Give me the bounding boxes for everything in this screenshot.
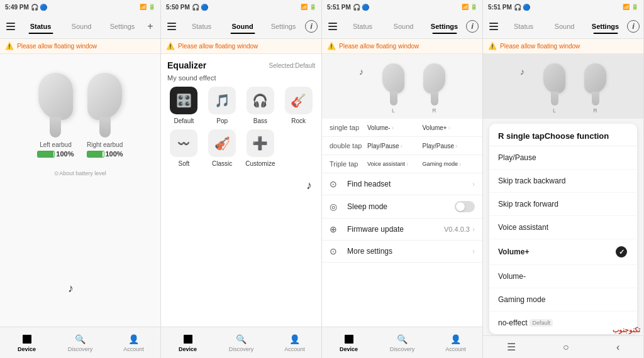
popup-voice-assistant[interactable]: Voice assistant	[489, 216, 637, 239]
bottom-discovery-3[interactable]: 🔍 Discovery	[375, 334, 429, 352]
single-tap-label: single tap	[330, 124, 367, 131]
equalizer-content: Equalizer Selected:Default My sound effe…	[161, 54, 321, 327]
device-icon-3	[343, 334, 355, 345]
tab-settings-1[interactable]: Settings	[102, 20, 143, 33]
double-tap-values: Play/Pause › Play/Pause ›	[367, 143, 475, 149]
account-label-3: Account	[445, 346, 466, 352]
device-label-2: Device	[179, 346, 197, 352]
home-icon-4[interactable]: ○	[563, 342, 569, 353]
left-earbud-display: Left earbud 100%	[37, 73, 74, 158]
sleep-mode-item[interactable]: ◎ Sleep mode	[322, 195, 482, 219]
eq-bass[interactable]: 🎧 Bass	[244, 87, 277, 124]
tab-sound-4[interactable]: Sound	[544, 20, 585, 33]
warning-text-3: Please allow floating window	[339, 43, 419, 50]
eq-soft-label: Soft	[178, 160, 189, 167]
eq-pop[interactable]: 🎵 Pop	[206, 87, 239, 124]
panel4-right-stem	[592, 92, 599, 106]
sleep-mode-toggle[interactable]	[455, 201, 475, 212]
tab-settings-3[interactable]: Settings	[424, 20, 465, 33]
menu-icon-4[interactable]	[487, 19, 502, 34]
eq-grid: 🎛️ Default 🎵 Pop 🎧 Bass 🎸 Rock 〰️ Soft 🎻	[167, 87, 315, 167]
firmware-update-item[interactable]: ⊕ Firmware update V0.4.0.3 ›	[322, 219, 482, 241]
bottom-account-2[interactable]: 👤 Account	[268, 334, 321, 352]
info-button-3[interactable]: i	[466, 20, 479, 33]
discovery-label-3: Discovery	[390, 346, 415, 352]
double-tap-row[interactable]: double tap Play/Pause › Play/Pause ›	[322, 137, 482, 155]
sleep-mode-label: Sleep mode	[347, 202, 455, 211]
more-settings-chevron: ›	[472, 247, 475, 256]
status-bar-4: 5:51 PM 🎧 🔵 📶 🔋	[483, 0, 643, 14]
add-button-1[interactable]: +	[144, 20, 157, 33]
double-tap-right: Play/Pause ›	[423, 143, 475, 149]
triple-tap-values: Voice assistant › Gaming mode ›	[367, 161, 475, 168]
settings-left-body	[382, 63, 404, 94]
warning-text-1: Please allow floating window	[17, 43, 97, 50]
bottom-account-3[interactable]: 👤 Account	[429, 334, 482, 352]
eq-default[interactable]: 🎛️ Default	[167, 87, 201, 124]
popup-volume-plus[interactable]: Volume+ ✓	[489, 239, 637, 265]
popup-gaming-mode[interactable]: Gaming mode	[489, 288, 637, 312]
time-3: 5:51 PM 🎧 🔵	[327, 4, 369, 11]
single-tap-row[interactable]: single tap Volume- › Volume+ ›	[322, 119, 482, 137]
popup-playpause[interactable]: Play/Pause	[489, 146, 637, 170]
right-battery: 100%	[87, 150, 123, 158]
menu-icon-1[interactable]	[4, 19, 19, 34]
eq-rock[interactable]: 🎸 Rock	[282, 87, 315, 124]
eq-default-icon: 🎛️	[170, 87, 197, 114]
tab-sound-3[interactable]: Sound	[383, 20, 424, 33]
panel-sound: 5:50 PM 🎧 🔵 📶 🔋 Status Sound Settings i …	[161, 0, 322, 358]
more-settings-item[interactable]: ⊙ More settings ›	[322, 241, 482, 263]
more-settings-label: More settings	[347, 247, 472, 256]
info-button-2[interactable]: i	[305, 20, 318, 33]
discovery-icon-1: 🔍	[75, 334, 86, 345]
popup-volume-minus[interactable]: Volume-	[489, 265, 637, 288]
bottom-account-1[interactable]: 👤 Account	[107, 334, 160, 352]
warning-bar-3: ⚠️ Please allow floating window	[322, 39, 482, 54]
triple-tap-row[interactable]: Triple tap Voice assistant › Gaming mode…	[322, 155, 482, 173]
bottom-discovery-2[interactable]: 🔍 Discovery	[214, 334, 268, 352]
tab-status-1[interactable]: Status	[20, 20, 61, 33]
device-label-3: Device	[340, 346, 358, 352]
discovery-label-2: Discovery	[229, 346, 254, 352]
eq-soft[interactable]: 〰️ Soft	[167, 129, 201, 167]
settings-earbuds-display: ♪ L R	[322, 54, 482, 119]
back-icon-4[interactable]: ‹	[616, 342, 619, 353]
popup-skip-forward[interactable]: Skip track forward	[489, 193, 637, 216]
status-bar-2: 5:50 PM 🎧 🔵 📶 🔋	[161, 0, 321, 14]
left-battery-bar	[37, 151, 55, 158]
tab-status-4[interactable]: Status	[503, 20, 544, 33]
warning-icon-2: ⚠️	[166, 42, 175, 50]
hamburger-icon-4[interactable]: ☰	[507, 341, 516, 353]
panel-rtap: 5:51 PM 🎧 🔵 📶 🔋 Status Sound Settings i …	[483, 0, 644, 358]
popup-skip-backward[interactable]: Skip track backward	[489, 170, 637, 193]
find-headset-item[interactable]: ⊙ Find headset ›	[322, 173, 482, 195]
bottom-device-3[interactable]: Device	[322, 334, 375, 352]
menu-icon-2[interactable]	[165, 19, 180, 34]
tab-sound-1[interactable]: Sound	[61, 20, 102, 33]
warning-bar-1: ⚠️ Please allow floating window	[0, 39, 160, 54]
eq-classic[interactable]: 🎻 Classic	[206, 129, 239, 167]
status-bar-3: 5:51 PM 🎧 🔵 📶 🔋	[322, 0, 482, 14]
info-button-4[interactable]: i	[627, 20, 640, 33]
tab-status-3[interactable]: Status	[342, 20, 383, 33]
my-sound-label: My sound effect	[167, 74, 315, 82]
eq-customize[interactable]: ➕ Customize	[244, 129, 277, 167]
right-battery-pct: 100%	[106, 150, 123, 158]
left-earbud-body	[38, 73, 73, 120]
device-icon-2	[182, 334, 194, 345]
tab-status-2[interactable]: Status	[181, 20, 222, 33]
nav-tabs-4: Status Sound Settings	[503, 20, 626, 33]
function-popup: R single tapChoose function Play/Pause S…	[489, 124, 637, 334]
tab-sound-2[interactable]: Sound	[222, 20, 263, 33]
single-tap-left: Volume- ›	[367, 124, 420, 131]
tab-settings-2[interactable]: Settings	[263, 20, 304, 33]
bottom-device-1[interactable]: Device	[0, 334, 53, 352]
bottom-discovery-1[interactable]: 🔍 Discovery	[53, 334, 107, 352]
bottom-device-2[interactable]: Device	[161, 334, 214, 352]
double-tap-label: double tap	[330, 142, 367, 149]
tab-settings-4[interactable]: Settings	[585, 20, 626, 33]
firmware-chevron: ›	[472, 225, 475, 234]
icons-4: 📶 🔋	[623, 4, 638, 10]
eq-bass-label: Bass	[253, 117, 267, 124]
menu-icon-3[interactable]	[326, 19, 341, 34]
